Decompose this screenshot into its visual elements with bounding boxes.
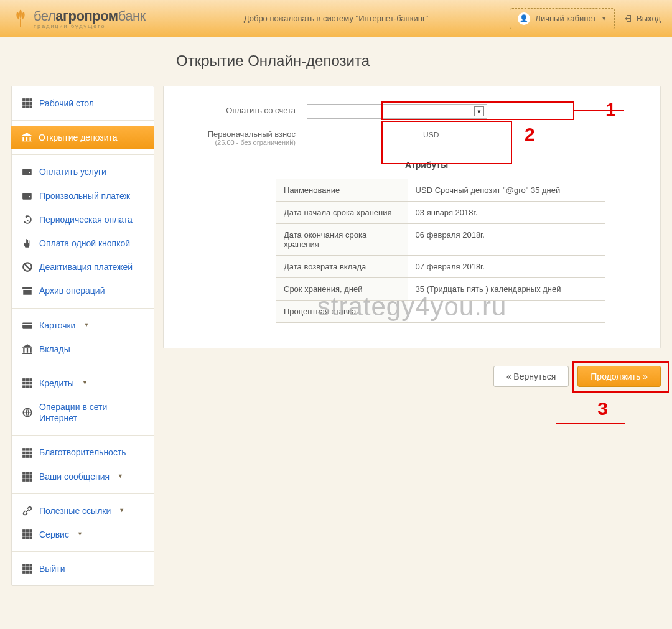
sidebar-item-label: Выйти xyxy=(39,563,65,574)
svg-rect-51 xyxy=(22,564,26,567)
sidebar-item-internet-ops[interactable]: Операции в сети Интернет xyxy=(12,395,154,430)
attr-value: 03 января 2018г. xyxy=(408,202,605,224)
annotation-line-3 xyxy=(556,423,625,424)
sidebar-item-label: Сервис xyxy=(39,529,69,540)
page-title: Открытие Онлайн-депозита xyxy=(176,52,661,70)
sidebar-item-desktop[interactable]: Рабочий стол xyxy=(12,91,154,115)
sidebar-item-periodic[interactable]: Периодическая оплата xyxy=(12,208,154,231)
sidebar-item-messages[interactable]: Ваши сообщения▼ xyxy=(12,465,154,488)
table-row: Дата начала срока хранения03 января 2018… xyxy=(276,202,605,224)
svg-rect-18 xyxy=(26,382,29,385)
chevron-down-icon: ▼ xyxy=(83,322,89,329)
attr-name: Срок хранения, дней xyxy=(276,278,408,301)
attr-value: 06 февраля 2018г. xyxy=(408,224,605,256)
svg-rect-13 xyxy=(22,324,32,325)
chevron-down-icon: ▼ xyxy=(118,473,123,480)
sidebar-item-charity[interactable]: Благотворительность xyxy=(12,440,154,464)
sidebar-item-label: Оплатить услуги xyxy=(39,166,106,177)
svg-rect-38 xyxy=(29,475,32,478)
table-row: Дата окончания срока хранения06 февраля … xyxy=(276,224,605,256)
sidebar-item-label: Периодическая оплата xyxy=(39,214,133,225)
sidebar-item-open-deposit[interactable]: Открытие депозита xyxy=(11,126,154,149)
svg-rect-32 xyxy=(29,455,32,458)
svg-rect-55 xyxy=(26,567,29,571)
sidebar-item-one-button[interactable]: Оплата одной кнопкой xyxy=(12,231,154,255)
svg-rect-47 xyxy=(29,533,32,536)
form-actions: « Вернуться Продолжить » 3 xyxy=(163,366,661,387)
logo-wheat-icon xyxy=(11,9,30,29)
annotation-box-2 xyxy=(381,121,512,164)
back-button[interactable]: « Вернуться xyxy=(493,366,569,387)
attr-name: Дата окончания срока хранения xyxy=(276,224,408,256)
svg-rect-30 xyxy=(22,455,26,458)
svg-line-10 xyxy=(25,264,30,270)
cabinet-label: Личный кабинет xyxy=(535,14,596,23)
user-icon: 👤 xyxy=(518,12,530,25)
logo-text: белагропромбанк xyxy=(34,8,146,24)
svg-rect-42 xyxy=(22,529,26,533)
svg-rect-57 xyxy=(22,571,26,574)
svg-rect-4 xyxy=(26,102,29,105)
sidebar-item-label: Карточки xyxy=(39,320,75,331)
attr-value xyxy=(408,301,605,323)
sidebar-item-deposits[interactable]: Вклады xyxy=(12,337,154,361)
svg-rect-28 xyxy=(26,451,29,454)
attr-name: Дата начала срока хранения xyxy=(276,202,408,224)
svg-rect-34 xyxy=(26,472,29,475)
sidebar-item-label: Оплата одной кнопкой xyxy=(39,238,130,249)
sidebar-item-exit[interactable]: Выйти xyxy=(12,557,154,580)
svg-rect-6 xyxy=(22,105,26,108)
svg-rect-19 xyxy=(29,382,32,385)
sidebar-nav: Рабочий столОткрытие депозитаОплатить ус… xyxy=(11,86,154,586)
attr-name: Дата возврата вклада xyxy=(276,256,408,278)
sidebar-item-free-payment[interactable]: Произвольный платеж xyxy=(12,184,154,208)
chevron-down-icon: ▼ xyxy=(119,507,124,515)
app-header: белагропромбанк традиции будущего Добро … xyxy=(0,0,672,37)
annotation-line-1 xyxy=(574,110,624,111)
svg-rect-35 xyxy=(29,472,32,475)
sidebar-item-deactivate[interactable]: Деактивация платежей xyxy=(12,255,154,279)
logout-link[interactable]: Выход xyxy=(623,14,661,24)
svg-rect-31 xyxy=(26,455,29,458)
svg-rect-3 xyxy=(22,102,26,105)
svg-rect-11 xyxy=(22,287,32,289)
svg-rect-14 xyxy=(22,378,26,381)
svg-rect-25 xyxy=(26,448,29,451)
personal-cabinet-button[interactable]: 👤 Личный кабинет ▼ xyxy=(510,8,615,29)
sidebar-item-links[interactable]: Полезные ссылки▼ xyxy=(12,499,154,523)
attr-value: 35 (Тридцать пять ) календарных дней xyxy=(408,278,605,301)
svg-rect-8 xyxy=(29,105,32,108)
table-row: Процентная ставка xyxy=(276,301,605,323)
svg-rect-45 xyxy=(22,533,26,536)
sidebar-item-label: Ваши сообщения xyxy=(39,471,110,482)
chevron-down-icon: ▼ xyxy=(77,531,83,538)
svg-rect-5 xyxy=(29,102,32,105)
svg-rect-20 xyxy=(22,385,26,388)
svg-rect-7 xyxy=(26,105,29,108)
amount-label: Первоначальный взнос (25.00 - без ограни… xyxy=(189,128,307,146)
logout-icon xyxy=(623,14,633,24)
svg-rect-43 xyxy=(26,529,29,533)
svg-rect-48 xyxy=(22,536,26,539)
svg-rect-1 xyxy=(26,98,29,101)
sidebar-item-label: Открытие депозита xyxy=(39,132,118,143)
svg-rect-22 xyxy=(29,385,32,388)
sidebar-item-pay-services[interactable]: Оплатить услуги xyxy=(12,160,154,184)
svg-rect-44 xyxy=(29,529,32,533)
svg-rect-2 xyxy=(29,98,32,101)
annotation-number-1: 1 xyxy=(605,99,616,120)
svg-rect-49 xyxy=(26,536,29,539)
table-row: Срок хранения, дней35 (Тридцать пять ) к… xyxy=(276,278,605,301)
sidebar-item-cards[interactable]: Карточки▼ xyxy=(12,314,154,337)
sidebar-item-credits[interactable]: Кредиты▼ xyxy=(12,371,154,395)
sidebar-item-label: Вклады xyxy=(39,343,70,355)
svg-rect-17 xyxy=(22,382,26,385)
attr-value: USD Срочный депозит "@gro" 35 дней xyxy=(408,179,605,202)
svg-rect-39 xyxy=(22,478,26,482)
bank-logo: белагропромбанк традиции будущего xyxy=(11,8,146,29)
sidebar-item-service[interactable]: Сервис▼ xyxy=(12,523,154,546)
sidebar-item-archive[interactable]: Архив операций xyxy=(12,279,154,302)
svg-rect-12 xyxy=(22,322,32,328)
svg-rect-24 xyxy=(22,448,26,451)
sidebar-item-label: Полезные ссылки xyxy=(39,505,111,516)
